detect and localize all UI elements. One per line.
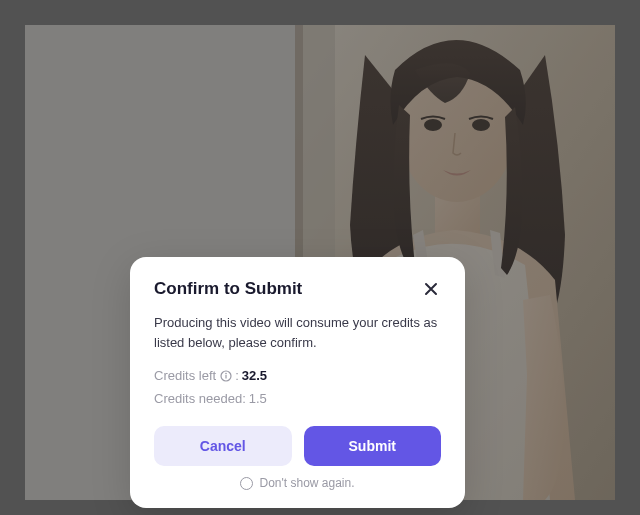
close-icon bbox=[423, 281, 439, 297]
svg-rect-9 bbox=[225, 375, 226, 379]
svg-point-8 bbox=[225, 372, 227, 374]
cancel-button[interactable]: Cancel bbox=[154, 426, 292, 466]
modal-header: Confirm to Submit bbox=[154, 279, 441, 299]
close-button[interactable] bbox=[421, 279, 441, 299]
dont-show-again-toggle[interactable]: Don't show again. bbox=[154, 476, 441, 490]
credits-left-row: Credits left : 32.5 bbox=[154, 368, 441, 383]
radio-unchecked-icon bbox=[240, 477, 253, 490]
dont-show-label: Don't show again. bbox=[259, 476, 354, 490]
confirm-submit-modal: Confirm to Submit Producing this video w… bbox=[130, 257, 465, 508]
credits-needed-value: 1.5 bbox=[249, 391, 267, 406]
modal-button-row: Cancel Submit bbox=[154, 426, 441, 466]
credits-left-separator: : bbox=[235, 368, 239, 383]
info-icon[interactable] bbox=[219, 369, 232, 382]
credits-left-label: Credits left bbox=[154, 368, 216, 383]
modal-title: Confirm to Submit bbox=[154, 279, 302, 299]
modal-description: Producing this video will consume your c… bbox=[154, 313, 441, 352]
submit-button[interactable]: Submit bbox=[304, 426, 442, 466]
credits-left-value: 32.5 bbox=[242, 368, 267, 383]
credits-needed-label: Credits needed: bbox=[154, 391, 246, 406]
credits-needed-row: Credits needed: 1.5 bbox=[154, 391, 441, 406]
